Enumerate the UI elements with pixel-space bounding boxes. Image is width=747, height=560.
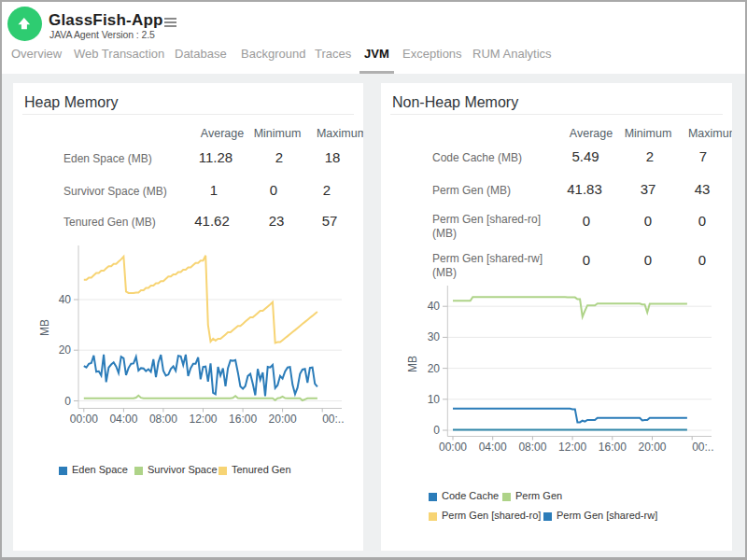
- svg-text:08:00: 08:00: [518, 441, 546, 454]
- svg-text:04:00: 04:00: [109, 413, 137, 426]
- svg-text:12:00: 12:00: [558, 441, 586, 454]
- svg-text:30: 30: [428, 330, 441, 343]
- svg-text:16:00: 16:00: [229, 413, 257, 426]
- svg-text:20: 20: [59, 343, 72, 357]
- svg-text:MB: MB: [38, 319, 51, 336]
- svg-text:04:00: 04:00: [479, 441, 507, 454]
- svg-text:12:00: 12:00: [189, 413, 217, 426]
- svg-text:0: 0: [64, 395, 71, 408]
- svg-text:20:00: 20:00: [269, 413, 297, 426]
- svg-text:00:..: 00:..: [692, 441, 713, 454]
- svg-text:10: 10: [428, 393, 441, 406]
- svg-text:0: 0: [433, 424, 440, 437]
- svg-text:20: 20: [428, 362, 441, 375]
- svg-text:08:00: 08:00: [149, 413, 177, 426]
- svg-text:40: 40: [428, 300, 441, 313]
- svg-text:00:..: 00:..: [322, 413, 344, 426]
- svg-text:16:00: 16:00: [599, 441, 627, 454]
- svg-text:20:00: 20:00: [638, 441, 666, 454]
- svg-text:40: 40: [59, 293, 72, 306]
- svg-text:00:00: 00:00: [439, 441, 467, 454]
- svg-text:00:00: 00:00: [70, 413, 98, 426]
- svg-text:MB: MB: [406, 356, 419, 372]
